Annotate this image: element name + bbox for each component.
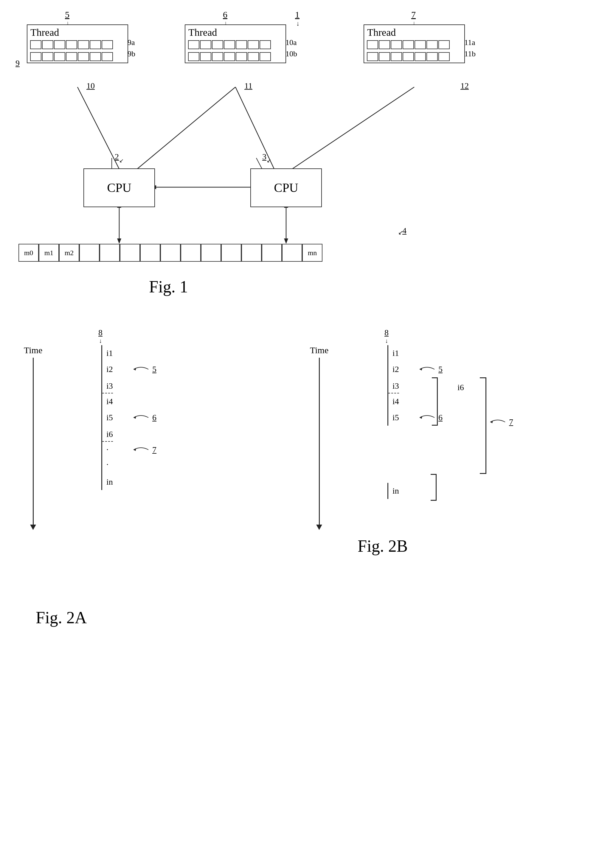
cpu-3-label: CPU	[274, 181, 298, 195]
fig2a-title: Fig. 2A	[36, 608, 87, 627]
thread-7-row-b	[364, 51, 464, 62]
fig2b-label-8: 8 ↓	[385, 328, 389, 344]
thread-7-label: Thread	[364, 25, 464, 39]
fig2b-i5: i5 6	[388, 409, 399, 425]
fig2a-i4: i4	[102, 393, 113, 409]
fig2a-time-arrow: Time	[24, 345, 42, 530]
label-4-arrow: ↙	[398, 229, 403, 236]
fig2b-annot-7: 7	[489, 417, 513, 427]
mem-e8	[221, 244, 241, 262]
cpu-box-3: CPU	[250, 168, 322, 207]
mem-e9	[241, 244, 262, 262]
label-2: 2	[115, 152, 119, 162]
fig2a-in: in	[102, 474, 113, 490]
svg-line-2	[235, 87, 274, 169]
mem-e7	[201, 244, 221, 262]
fig2b-in-bracket	[431, 474, 437, 501]
fig2a-i5: i5 6	[102, 409, 113, 425]
label-7: 7 ↓	[411, 10, 416, 27]
svg-marker-18	[420, 368, 422, 371]
fig2b-timeline: i1 i2 5 i3 i6 i4 i5 6	[387, 345, 399, 425]
svg-marker-13	[284, 239, 288, 244]
fig2b-in-section: in	[387, 483, 399, 499]
fig2b-i4: i4	[388, 393, 399, 409]
thread-6-row-b	[185, 51, 286, 62]
thread-5-row-a	[27, 39, 127, 51]
label-1-group: 1 ↓	[295, 10, 299, 27]
memory-bar: m0 m1 m2 mn	[18, 244, 323, 262]
fig2b-i1: i1	[388, 345, 399, 361]
label-10b: 10b	[286, 49, 297, 58]
fig2a-annot-5: 5	[132, 365, 157, 374]
label-6: 6 ↓	[223, 10, 227, 27]
fig2b-title: Fig. 2B	[358, 537, 408, 556]
mem-e2	[99, 244, 120, 262]
svg-line-3	[292, 87, 414, 169]
fig2a-i2: i2 5	[102, 361, 113, 377]
fig2b-annot-6: 6	[418, 413, 443, 423]
fig2a-annot-6: 6	[132, 413, 157, 423]
svg-line-5	[256, 158, 262, 169]
thread-box-5: Thread	[27, 24, 128, 63]
thread-6-label: Thread	[185, 25, 286, 39]
thread-7-row-a	[364, 39, 464, 51]
label-1-arrow: ↓	[296, 20, 299, 27]
cpu-box-2: CPU	[83, 168, 155, 207]
fig2b-annot-5: 5	[418, 365, 443, 374]
fig2a-i6: i6	[102, 425, 113, 442]
svg-marker-10	[117, 239, 121, 244]
mem-m0: m0	[18, 244, 39, 262]
svg-marker-19	[420, 416, 422, 419]
fig2b-bracket-right	[480, 377, 486, 474]
svg-line-0	[77, 87, 119, 169]
thread-box-7: Thread	[364, 24, 465, 63]
fig2a-dots2: ·	[102, 458, 113, 474]
fig2b-in: in	[388, 483, 399, 499]
label-5: 5 ↓	[65, 10, 70, 27]
label-1: 1	[295, 10, 299, 19]
fig2b-i3: i3 i6	[388, 377, 399, 393]
fig2a-annot-7: 7	[132, 445, 157, 455]
thread-5-row-b	[27, 51, 127, 62]
label-11a: 11a	[464, 38, 475, 47]
fig2b-i2: i2 5	[388, 361, 399, 377]
svg-marker-16	[133, 416, 136, 419]
thread-box-6: Thread	[185, 24, 286, 63]
mem-m2: m2	[59, 244, 79, 262]
mem-mn: mn	[302, 244, 323, 262]
label-10: 10	[86, 81, 95, 90]
svg-line-1	[137, 87, 235, 169]
fig2a-i1: i1	[102, 345, 113, 361]
page: 1 ↓ 5 ↓ 6 ↓ 7 ↓ Thread	[0, 0, 616, 848]
fig2a-i3: i3	[102, 377, 113, 393]
svg-marker-17	[133, 448, 136, 451]
mem-e3	[120, 244, 140, 262]
svg-marker-15	[133, 368, 136, 371]
fig2b-time-arrow: Time	[310, 345, 329, 530]
fig2a-dots1: · 7	[102, 442, 113, 458]
thread-6-row-a	[185, 39, 286, 51]
mem-e11	[282, 244, 302, 262]
label-10a: 10a	[286, 38, 297, 47]
label-3-arrow: ↙	[267, 157, 271, 164]
mem-e4	[140, 244, 160, 262]
label-9: 9	[15, 58, 20, 68]
mem-m1: m1	[39, 244, 59, 262]
fig2a-label-8: 8 ↓	[98, 328, 102, 344]
cpu-2-label: CPU	[107, 181, 132, 195]
label-3: 3	[262, 152, 267, 162]
label-2-arrow: ↙	[119, 157, 124, 164]
mem-e5	[160, 244, 181, 262]
label-9b: 9b	[127, 49, 135, 58]
fig2a-timeline: i1 i2 5 i3 i4 i5 6 i6 ·	[101, 345, 113, 490]
mem-e6	[181, 244, 201, 262]
label-12: 12	[461, 81, 469, 90]
label-11: 11	[244, 81, 252, 90]
thread-5-label: Thread	[27, 25, 127, 39]
mem-e1	[79, 244, 99, 262]
svg-marker-20	[490, 421, 493, 423]
label-11b: 11b	[464, 49, 475, 58]
mem-e10	[262, 244, 282, 262]
fig1-title: Fig. 1	[149, 277, 188, 296]
fig2b-i6-label: i6	[458, 383, 464, 392]
